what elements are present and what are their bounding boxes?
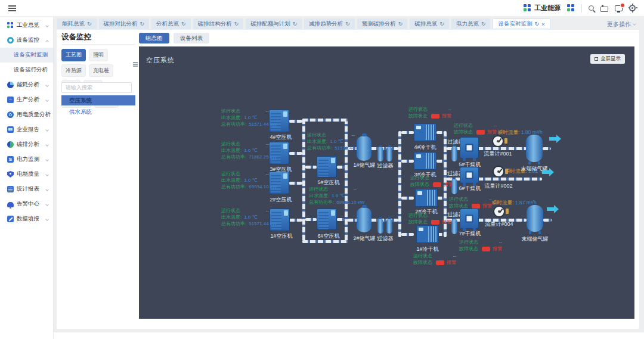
flow-meter-gauge (493, 166, 504, 178)
search-input[interactable] (61, 82, 132, 93)
sidebar-item-device-realtime[interactable]: 设备实时监测 (0, 48, 53, 63)
refresh-icon[interactable]: ↻ (87, 21, 92, 27)
compressor-label: 6#空压机 (312, 232, 345, 240)
sidebar-item-statistics-report[interactable]: 统计报表 (0, 182, 53, 197)
cold-dryer-unit (414, 123, 436, 141)
status-block: 运行状态-- 故障状态报警 (449, 196, 492, 209)
close-icon[interactable]: × (541, 21, 545, 27)
tab-carbon-forecast[interactable]: 预测碳排分析↻ (357, 18, 408, 29)
sidebar-item-power-quality-analysis[interactable]: 用电质量分析 (0, 107, 53, 122)
sidebar-item-energy-analysis[interactable]: 能耗分析 (0, 77, 53, 92)
sidebar-item-enterprise-report[interactable]: 企业报告 (0, 122, 53, 137)
factory-icon[interactable] (600, 7, 608, 12)
refresh-icon[interactable]: ↻ (345, 21, 350, 27)
compressor-label: 2#空压机 (264, 196, 298, 204)
brand[interactable]: 工业能源 (524, 4, 561, 13)
category-cooling-heat[interactable]: 冷热源 (61, 64, 86, 77)
chevron-down-icon (45, 128, 49, 132)
filter-unit (451, 146, 457, 161)
compressor-info: 运行状态-- 出水温度:1.6 ℃ 总有功功率:69936.10 kW (309, 186, 357, 206)
refresh-icon[interactable]: ↻ (439, 21, 444, 27)
tab-reduction-trend[interactable]: 减排趋势分析↻ (304, 18, 355, 29)
dryer-unit (460, 167, 479, 184)
tab-carbon-structure[interactable]: 碳排结构分析↻ (193, 18, 244, 29)
tab-analysis-overview[interactable]: 分析总览↻ (151, 18, 191, 29)
top-header: 工业能源 (0, 0, 644, 17)
dryer-unit (460, 209, 479, 229)
storage-tank (357, 136, 371, 161)
sidebar-item-energy-quality[interactable]: 电能质量 (0, 167, 53, 182)
pipe (398, 131, 401, 237)
sidebar-item-industry-overview[interactable]: 工业总览 (0, 18, 53, 33)
refresh-icon[interactable]: ↻ (293, 21, 298, 27)
end-storage-tank (527, 205, 543, 232)
sidebar-item-power-monitor[interactable]: S电力监测 (0, 152, 53, 167)
tab-power-overview[interactable]: 电力总览↻ (451, 18, 491, 29)
compressor-info: 运行状态-- 出水温度:1.0 ℃ 总有功功率:51571.44 kW (221, 108, 269, 127)
chevron-down-icon (45, 188, 49, 191)
category-charging-pile[interactable]: 充电桩 (89, 64, 113, 77)
sidebar-item-data-filling[interactable]: 数据填报 (0, 212, 53, 226)
alarm-badge (436, 260, 444, 265)
compressor-label: 1#空压机 (265, 232, 298, 240)
chevron-down-icon (45, 217, 49, 221)
pipe (289, 120, 302, 123)
refresh-icon[interactable]: ↻ (140, 21, 145, 27)
compressor-info: 运行状态-- 出水温度:1.6 ℃ 总有功功率:71862.25 kW (221, 141, 269, 160)
more-actions-button[interactable]: 更多操作 (607, 18, 636, 29)
alarm-badge (433, 182, 441, 187)
pipe (289, 182, 302, 185)
sidebar-item-device-analysis[interactable]: 设备运行分析 (0, 63, 53, 77)
chevron-down-icon (45, 98, 49, 102)
alarm-badge (482, 247, 490, 251)
system-item-water-supply[interactable]: 供水系统 (61, 107, 135, 117)
filter-unit (377, 219, 383, 234)
power-s-icon: S (7, 156, 14, 163)
flow-meter-gauge (493, 206, 505, 217)
fullscreen-button[interactable]: 全屏显示 (590, 54, 625, 64)
workstation-icon[interactable] (615, 5, 623, 11)
pipe (302, 119, 348, 122)
sidebar-item-carbon-analysis[interactable]: 碳排分析 (0, 137, 53, 152)
compressor-info: 运行状态-- 出水温度:1.0 ℃ 总有功功率:51571.44 kW (221, 207, 269, 227)
tab-carbon-quota[interactable]: 碳排配额与计划↻ (246, 18, 302, 29)
carbon-pie-icon (7, 141, 14, 148)
apps-grid-icon[interactable] (567, 4, 575, 12)
fullscreen-icon (595, 57, 598, 61)
refresh-icon[interactable]: ↻ (534, 21, 539, 27)
sidebar-item-device-monitor[interactable]: 设备监控 (0, 33, 53, 48)
sidebar-item-production-analysis[interactable]: ~生产分析 (0, 92, 53, 107)
footer-bar (0, 332, 644, 339)
gear-icon[interactable] (629, 5, 636, 11)
pipe (305, 166, 317, 169)
tab-energy-overview[interactable]: 能耗总览↻ (57, 18, 97, 29)
list-toggle-icon[interactable] (133, 62, 138, 63)
compressor-label: 4#空压机 (264, 133, 298, 141)
refresh-icon[interactable]: ↻ (398, 21, 403, 27)
refresh-icon[interactable]: ↻ (234, 21, 239, 27)
chevron-down-icon (633, 22, 636, 26)
tab-carbon-compare[interactable]: 碳排对比分析↻ (99, 18, 150, 29)
sidebar-item-alarm-center[interactable]: 告警中心 (0, 197, 53, 212)
brand-logo-icon (524, 4, 531, 12)
tab-device-realtime[interactable]: 设备实时监测↻× (493, 18, 550, 29)
pipe (436, 131, 444, 134)
category-process-diagram[interactable]: 工艺图 (61, 49, 86, 61)
tab-carbon-overview[interactable]: 碳排总览↻ (410, 18, 449, 29)
category-lighting[interactable]: 照明 (89, 49, 108, 61)
storage-tank (357, 207, 371, 232)
cold-dryer-unit (414, 152, 436, 170)
refresh-icon[interactable]: ↻ (481, 21, 486, 27)
refresh-icon[interactable]: ↻ (181, 21, 186, 27)
pipe (401, 160, 414, 163)
search-icon[interactable] (589, 5, 594, 11)
page-title: 设备监控 (61, 30, 135, 45)
view-tab-device-list[interactable]: 设备列表 (174, 33, 209, 43)
compressor-unit (269, 142, 289, 164)
chevron-down-icon (45, 83, 49, 87)
chevron-up-icon (45, 40, 49, 43)
view-tab-diagram[interactable]: 组态图 (139, 33, 169, 43)
end-storage-tank (526, 135, 543, 162)
system-item-air-compression[interactable]: 空压系统 (61, 95, 135, 105)
sidebar-collapse-icon[interactable] (8, 5, 16, 7)
